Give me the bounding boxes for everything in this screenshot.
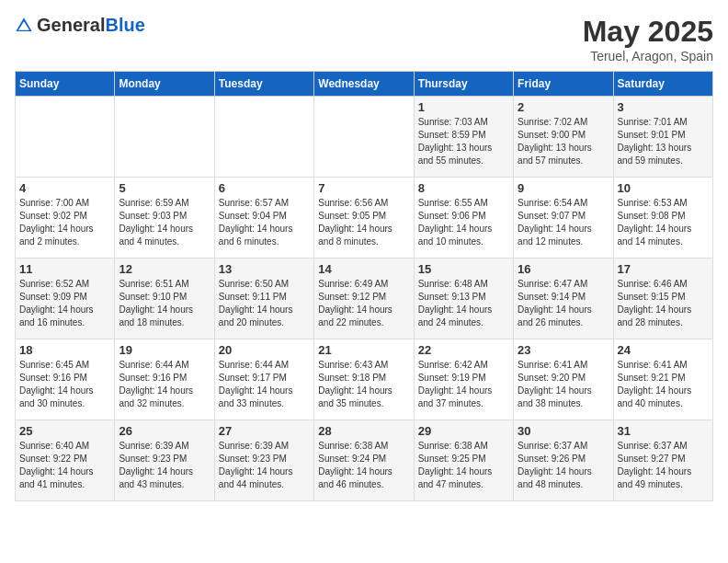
day-number: 25 — [19, 424, 110, 438]
calendar-day-19: 19Sunrise: 6:44 AM Sunset: 9:16 PM Dayli… — [115, 339, 214, 420]
day-info: Sunrise: 6:59 AM Sunset: 9:03 PM Dayligh… — [119, 197, 210, 248]
calendar-empty-cell — [314, 97, 414, 178]
day-number: 12 — [119, 262, 210, 276]
day-info: Sunrise: 6:48 AM Sunset: 9:13 PM Dayligh… — [418, 278, 509, 329]
calendar-day-11: 11Sunrise: 6:52 AM Sunset: 9:09 PM Dayli… — [16, 259, 115, 339]
day-number: 13 — [219, 262, 310, 276]
day-info: Sunrise: 6:45 AM Sunset: 9:16 PM Dayligh… — [19, 359, 110, 410]
day-info: Sunrise: 6:57 AM Sunset: 9:04 PM Dayligh… — [219, 197, 310, 248]
day-number: 6 — [219, 181, 310, 195]
calendar-day-2: 2Sunrise: 7:02 AM Sunset: 9:00 PM Daylig… — [514, 97, 613, 178]
day-number: 9 — [518, 181, 609, 195]
calendar-day-13: 13Sunrise: 6:50 AM Sunset: 9:11 PM Dayli… — [214, 259, 313, 339]
day-number: 30 — [518, 424, 609, 438]
day-number: 14 — [318, 262, 409, 276]
day-number: 8 — [418, 181, 509, 195]
calendar-day-22: 22Sunrise: 6:42 AM Sunset: 9:19 PM Dayli… — [414, 339, 513, 420]
day-info: Sunrise: 7:01 AM Sunset: 9:01 PM Dayligh… — [618, 116, 709, 167]
header-tuesday: Tuesday — [214, 72, 313, 97]
day-info: Sunrise: 6:38 AM Sunset: 9:24 PM Dayligh… — [318, 440, 409, 491]
day-number: 29 — [418, 424, 509, 438]
day-number: 18 — [19, 343, 110, 357]
calendar-day-16: 16Sunrise: 6:47 AM Sunset: 9:14 PM Dayli… — [514, 259, 613, 339]
day-info: Sunrise: 6:37 AM Sunset: 9:27 PM Dayligh… — [618, 440, 709, 491]
day-number: 27 — [219, 424, 310, 438]
day-info: Sunrise: 6:38 AM Sunset: 9:25 PM Dayligh… — [418, 440, 509, 491]
day-info: Sunrise: 6:42 AM Sunset: 9:19 PM Dayligh… — [418, 359, 509, 410]
day-info: Sunrise: 6:40 AM Sunset: 9:22 PM Dayligh… — [19, 440, 110, 491]
logo: GeneralBlue — [15, 15, 145, 36]
day-info: Sunrise: 6:56 AM Sunset: 9:05 PM Dayligh… — [318, 197, 409, 248]
calendar-empty-cell — [214, 97, 313, 178]
calendar-day-21: 21Sunrise: 6:43 AM Sunset: 9:18 PM Dayli… — [314, 339, 414, 420]
header-wednesday: Wednesday — [314, 72, 414, 97]
day-info: Sunrise: 6:41 AM Sunset: 9:20 PM Dayligh… — [518, 359, 609, 410]
calendar-header-row: SundayMondayTuesdayWednesdayThursdayFrid… — [16, 72, 713, 97]
day-info: Sunrise: 6:44 AM Sunset: 9:17 PM Dayligh… — [219, 359, 310, 410]
calendar-empty-cell — [16, 97, 115, 178]
logo-blue: Blue — [105, 15, 144, 35]
day-info: Sunrise: 6:43 AM Sunset: 9:18 PM Dayligh… — [318, 359, 409, 410]
day-number: 4 — [19, 181, 110, 195]
calendar-day-6: 6Sunrise: 6:57 AM Sunset: 9:04 PM Daylig… — [214, 178, 313, 259]
day-number: 19 — [119, 343, 210, 357]
day-info: Sunrise: 7:03 AM Sunset: 8:59 PM Dayligh… — [418, 116, 509, 167]
day-info: Sunrise: 6:53 AM Sunset: 9:08 PM Dayligh… — [618, 197, 709, 248]
calendar-day-15: 15Sunrise: 6:48 AM Sunset: 9:13 PM Dayli… — [414, 259, 513, 339]
calendar-empty-cell — [115, 97, 214, 178]
day-number: 7 — [318, 181, 409, 195]
day-number: 20 — [219, 343, 310, 357]
day-number: 15 — [418, 262, 509, 276]
day-number: 26 — [119, 424, 210, 438]
location-title: Teruel, Aragon, Spain — [583, 49, 713, 63]
calendar-day-26: 26Sunrise: 6:39 AM Sunset: 9:23 PM Dayli… — [115, 420, 214, 501]
day-number: 1 — [418, 100, 509, 114]
day-number: 22 — [418, 343, 509, 357]
logo-general: General — [37, 15, 105, 35]
calendar-day-4: 4Sunrise: 7:00 AM Sunset: 9:02 PM Daylig… — [16, 178, 115, 259]
day-info: Sunrise: 6:52 AM Sunset: 9:09 PM Dayligh… — [19, 278, 110, 329]
calendar-day-1: 1Sunrise: 7:03 AM Sunset: 8:59 PM Daylig… — [414, 97, 513, 178]
page-header: GeneralBlue May 2025 Teruel, Aragon, Spa… — [15, 15, 713, 63]
day-info: Sunrise: 6:55 AM Sunset: 9:06 PM Dayligh… — [418, 197, 509, 248]
day-number: 16 — [518, 262, 609, 276]
calendar-day-17: 17Sunrise: 6:46 AM Sunset: 9:15 PM Dayli… — [613, 259, 712, 339]
day-info: Sunrise: 6:39 AM Sunset: 9:23 PM Dayligh… — [119, 440, 210, 491]
calendar-day-10: 10Sunrise: 6:53 AM Sunset: 9:08 PM Dayli… — [613, 178, 712, 259]
calendar-day-18: 18Sunrise: 6:45 AM Sunset: 9:16 PM Dayli… — [16, 339, 115, 420]
title-block: May 2025 Teruel, Aragon, Spain — [583, 15, 713, 63]
day-info: Sunrise: 6:41 AM Sunset: 9:21 PM Dayligh… — [618, 359, 709, 410]
day-info: Sunrise: 7:00 AM Sunset: 9:02 PM Dayligh… — [19, 197, 110, 248]
calendar-day-31: 31Sunrise: 6:37 AM Sunset: 9:27 PM Dayli… — [613, 420, 712, 501]
calendar-day-25: 25Sunrise: 6:40 AM Sunset: 9:22 PM Dayli… — [16, 420, 115, 501]
day-info: Sunrise: 6:50 AM Sunset: 9:11 PM Dayligh… — [219, 278, 310, 329]
day-info: Sunrise: 6:51 AM Sunset: 9:10 PM Dayligh… — [119, 278, 210, 329]
day-number: 31 — [618, 424, 709, 438]
day-number: 3 — [618, 100, 709, 114]
day-number: 17 — [618, 262, 709, 276]
calendar-day-30: 30Sunrise: 6:37 AM Sunset: 9:26 PM Dayli… — [514, 420, 613, 501]
day-number: 2 — [518, 100, 609, 114]
calendar-day-14: 14Sunrise: 6:49 AM Sunset: 9:12 PM Dayli… — [314, 259, 414, 339]
header-friday: Friday — [514, 72, 613, 97]
day-info: Sunrise: 6:44 AM Sunset: 9:16 PM Dayligh… — [119, 359, 210, 410]
day-number: 10 — [618, 181, 709, 195]
day-number: 28 — [318, 424, 409, 438]
calendar-day-29: 29Sunrise: 6:38 AM Sunset: 9:25 PM Dayli… — [414, 420, 513, 501]
day-number: 23 — [518, 343, 609, 357]
calendar-week-row: 1Sunrise: 7:03 AM Sunset: 8:59 PM Daylig… — [16, 97, 713, 178]
calendar-week-row: 18Sunrise: 6:45 AM Sunset: 9:16 PM Dayli… — [16, 339, 713, 420]
day-info: Sunrise: 6:37 AM Sunset: 9:26 PM Dayligh… — [518, 440, 609, 491]
calendar-day-12: 12Sunrise: 6:51 AM Sunset: 9:10 PM Dayli… — [115, 259, 214, 339]
calendar-week-row: 11Sunrise: 6:52 AM Sunset: 9:09 PM Dayli… — [16, 259, 713, 339]
calendar-day-5: 5Sunrise: 6:59 AM Sunset: 9:03 PM Daylig… — [115, 178, 214, 259]
day-number: 5 — [119, 181, 210, 195]
day-info: Sunrise: 6:54 AM Sunset: 9:07 PM Dayligh… — [518, 197, 609, 248]
header-sunday: Sunday — [16, 72, 115, 97]
calendar-day-8: 8Sunrise: 6:55 AM Sunset: 9:06 PM Daylig… — [414, 178, 513, 259]
day-number: 24 — [618, 343, 709, 357]
day-number: 11 — [19, 262, 110, 276]
calendar-day-3: 3Sunrise: 7:01 AM Sunset: 9:01 PM Daylig… — [613, 97, 712, 178]
calendar-table: SundayMondayTuesdayWednesdayThursdayFrid… — [15, 71, 713, 501]
calendar-week-row: 4Sunrise: 7:00 AM Sunset: 9:02 PM Daylig… — [16, 178, 713, 259]
